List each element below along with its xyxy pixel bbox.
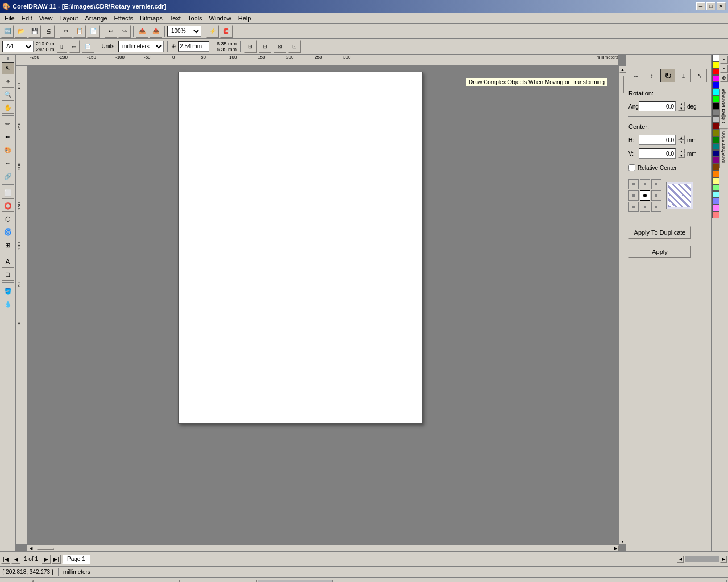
color-swatch-orange[interactable] [712,171,719,177]
hscroll-right2[interactable]: ▶ [720,556,727,563]
menu-edit[interactable]: Edit [18,14,36,23]
new-button[interactable]: 🆕 [1,25,14,38]
color-swatch-darkgreen[interactable] [712,136,719,143]
color-swatch-yellow[interactable] [712,61,719,68]
color-swatch-silver[interactable] [712,116,719,123]
color-swatch-lightyellow[interactable] [712,177,719,184]
vertical-scrollbar[interactable]: ▲ ▼ [619,66,626,544]
color-swatch-navy[interactable] [712,150,719,157]
menu-tools[interactable]: Tools [184,14,206,23]
minimize-button[interactable]: ─ [696,2,705,10]
angle-up[interactable]: ▲ [678,102,685,106]
print-button[interactable]: 🖨 [42,25,55,38]
menu-text[interactable]: Text [166,14,184,23]
paste-button[interactable]: 📄 [87,25,100,38]
taskbar-item-edit[interactable]: 🌐 edit : DIY Vernier scal... [181,580,257,583]
center-h-input[interactable] [639,135,676,145]
next-page-button[interactable]: ▶ [42,555,51,564]
page-1-tab[interactable]: Page 1 [62,554,90,564]
grid-btn4[interactable]: ⊡ [288,40,301,53]
snap-button[interactable]: ⚡ [206,25,219,38]
rotate-tab[interactable]: ↻ [660,69,675,82]
horizontal-scrollbar[interactable]: ◀ ▶ [27,544,619,551]
menu-layout[interactable]: Layout [56,14,81,23]
color-swatch-salmon[interactable] [712,211,719,218]
size-tab[interactable]: ⤡ [692,69,707,82]
scroll-up-button[interactable]: ▲ [619,66,626,73]
portrait-button[interactable]: ▯ [57,40,67,53]
color-swatch-pink[interactable] [712,205,719,211]
color-swatch-green[interactable] [712,95,719,102]
spiral-tool[interactable]: 🌀 [2,226,14,238]
artistic-media-tool[interactable]: 🎨 [2,144,14,156]
extra-close1[interactable]: ✕ [720,56,728,64]
grid-btn2[interactable]: ⊟ [259,40,271,53]
import-button[interactable]: 📥 [136,25,148,38]
units-select[interactable]: millimeters [118,41,164,52]
center-v-up[interactable]: ▲ [678,149,685,153]
menu-help[interactable]: Help [235,14,255,23]
close-button[interactable]: ✕ [717,2,726,10]
color-swatch-white[interactable] [712,55,719,61]
color-swatch-red[interactable] [712,68,719,75]
fill-tool[interactable]: 🪣 [2,285,14,297]
nudge-input[interactable] [178,41,209,52]
color-swatch-blue[interactable] [712,82,719,89]
polygon-tool[interactable]: ⬡ [2,213,14,225]
copy-button[interactable]: 📋 [73,25,86,38]
angle-input[interactable] [639,101,676,111]
color-swatch-lightgreen[interactable] [712,184,719,191]
undo-button[interactable]: ↩ [105,25,117,38]
center-v-spinner[interactable]: ▲ ▼ [678,149,685,158]
color-swatch-olive[interactable] [712,130,719,136]
center-tc[interactable] [640,179,650,189]
extra-close2[interactable]: ✕ [720,65,728,73]
graph-paper-tool[interactable]: ⊞ [2,239,14,251]
apply-to-duplicate-button[interactable]: Apply To Duplicate [628,226,691,239]
zoom-select[interactable]: 100% [167,26,201,37]
hscroll-track2[interactable] [685,556,719,562]
color-swatch-brown[interactable] [712,164,719,171]
menu-view[interactable]: View [36,14,56,23]
center-mr[interactable] [651,190,661,201]
freehand-tool[interactable]: ✏ [2,118,14,130]
landscape-button[interactable]: ▭ [69,40,80,53]
scroll-right-button[interactable]: ▶ [612,545,619,552]
center-ml[interactable] [628,190,639,201]
last-page-button[interactable]: ▶| [52,555,61,564]
center-br[interactable] [651,202,661,212]
center-v-down[interactable]: ▼ [678,153,685,158]
center-mc[interactable] [640,190,650,201]
zoom-tool[interactable]: 🔍 [2,88,14,101]
color-swatch-lightcyan[interactable] [712,191,719,198]
color-swatch-black[interactable] [712,102,719,109]
save-button[interactable]: 💾 [28,25,41,38]
angle-down[interactable]: ▼ [678,106,685,111]
page-setup-button[interactable]: 📄 [82,40,94,53]
taskbar-item-text[interactable]: 📄 Text.odt - OpenOffic... [39,580,110,583]
center-tr[interactable] [651,179,661,189]
dimension-tool[interactable]: ↔ [2,157,14,169]
transformation-tab[interactable]: Transformation [719,128,728,168]
relative-center-checkbox[interactable] [628,164,635,171]
color-swatch-cyan[interactable] [712,89,719,95]
workspace[interactable]: Draw Complex Objects When Moving or Tran… [27,66,619,544]
menu-arrange[interactable]: Arrange [81,14,110,23]
menu-window[interactable]: Window [206,14,235,23]
redo-button[interactable]: ↪ [118,25,131,38]
center-tl[interactable] [628,179,639,189]
color-swatch-magenta[interactable] [712,75,719,82]
open-button[interactable]: 📂 [15,25,27,38]
snap2-button[interactable]: 🧲 [220,25,233,38]
skew-tab[interactable]: ⟂ [676,69,691,82]
angle-spinner[interactable]: ▲ ▼ [678,102,685,111]
object-manager-tab[interactable]: Object Manager [719,84,728,126]
rect-tool[interactable]: ⬜ [2,186,14,199]
color-swatch-gray[interactable] [712,109,719,116]
eyedropper-tool[interactable]: 💧 [2,298,14,310]
menu-bitmaps[interactable]: Bitmaps [136,14,166,23]
center-h-up[interactable]: ▲ [678,135,685,140]
color-swatch-maroon[interactable] [712,123,719,130]
taskbar-item-coreldraw[interactable]: 🎨 CorelDRAW 11 - [E:\I... [258,580,333,583]
center-h-down[interactable]: ▼ [678,140,685,144]
